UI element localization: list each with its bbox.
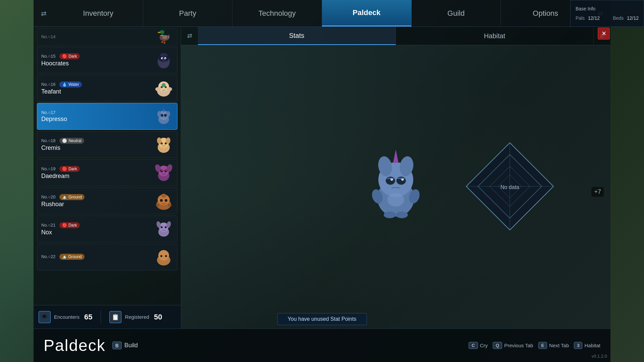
svg-text:No data: No data [500, 184, 519, 190]
hotkey-bar: C Cry Q Previous Tab E Next Tab 3 Habita… [469, 342, 600, 349]
prev-tab-label: Previous Tab [504, 343, 533, 348]
next-tab-key: E [538, 342, 547, 349]
svg-point-69 [384, 212, 396, 218]
base-info-title: Base Info [576, 6, 639, 11]
encounters-stat: 👁 Encounters 65 [39, 311, 92, 323]
tab-guild[interactable]: Guild [412, 0, 501, 26]
svg-marker-62 [393, 149, 398, 163]
pal-image-017 [150, 103, 177, 130]
close-button[interactable]: ✕ [598, 27, 610, 40]
tab-paldeck[interactable]: Paldeck [322, 0, 412, 26]
list-item-020[interactable]: No.○20 🏔️ Ground Rushoar [37, 187, 177, 214]
svg-point-40 [165, 199, 167, 202]
build-key: B [112, 342, 122, 349]
hotkey-habitat: 3 Habitat [574, 342, 600, 349]
stats-bar: 👁 Encounters 65 📋 Registered 50 [34, 305, 181, 328]
pal-image-015 [150, 47, 177, 73]
registered-value: 50 [154, 313, 162, 321]
svg-rect-42 [168, 204, 171, 206]
nav-arrow-left[interactable]: ⇄ [34, 0, 54, 26]
pal-image-018 [150, 131, 177, 158]
hotkey-cry: C Cry [469, 342, 488, 349]
content-tab-arrow-left[interactable]: ⇄ [181, 27, 198, 45]
svg-point-13 [155, 87, 161, 91]
type-badge-022: 🏔️ Ground [59, 254, 84, 260]
type-badge-021: 🔴 Dark [59, 222, 79, 228]
content-tabs: ⇄ Stats Habitat ⇄ [181, 27, 610, 45]
base-info-panel: Base Info Pals 12/12 Beds 12/12 [570, 0, 644, 27]
list-item-partial[interactable]: No.○14 🦆 [37, 28, 177, 45]
page-title: Paldeck [44, 336, 106, 355]
pal-creature-svg [362, 144, 429, 228]
type-badge-018: ⚪ Neutral [59, 138, 84, 144]
list-item-015[interactable]: No.○15 🔴 Dark Hoocrates [37, 47, 177, 73]
pal-name-019: Daedream [41, 173, 146, 180]
tab-technology[interactable]: Technology [232, 0, 322, 26]
svg-point-20 [164, 114, 167, 117]
pal-info-partial: No.○14 [37, 32, 150, 43]
notification-bar: You have unused Stat Points [277, 313, 367, 325]
list-item-017[interactable]: No.○17 Depresso [37, 103, 177, 130]
list-item-021[interactable]: No.○21 🔴 Dark Nox [37, 216, 177, 242]
svg-point-6 [162, 58, 163, 59]
svg-point-34 [162, 170, 163, 171]
cry-label: Cry [480, 343, 488, 348]
list-item-018[interactable]: No.○18 ⚪ Neutral Cremis [37, 131, 177, 158]
bottom-left: Paldeck B Build [44, 336, 138, 355]
pals-value: 12/12 [588, 15, 600, 21]
list-item-019[interactable]: No.○19 🔴 Dark Daedream [37, 159, 177, 186]
pal-image-019 [150, 159, 177, 186]
base-info-pals-row: Pals 12/12 Beds 12/12 [576, 15, 639, 21]
habitat-label: Habitat [584, 343, 600, 348]
svg-point-14 [167, 87, 172, 91]
list-item-022[interactable]: No.○22 🏔️ Ground [37, 244, 177, 270]
svg-point-38 [161, 194, 166, 198]
content-tab-habitat[interactable]: Habitat [396, 27, 594, 45]
svg-point-27 [165, 142, 167, 144]
pal-list[interactable]: No.○14 🦆 No.○15 🔴 Dark Hoocrates [34, 27, 181, 305]
svg-point-7 [165, 58, 166, 59]
tab-party[interactable]: Party [143, 0, 233, 26]
svg-point-52 [165, 255, 167, 257]
bottom-bar: Paldeck B Build C Cry Q Previous Tab E N… [34, 328, 610, 362]
pal-name-021: Nox [41, 229, 146, 236]
beds-label: Beds [613, 15, 624, 21]
svg-point-70 [396, 212, 408, 218]
encounters-icon: 👁 [39, 311, 51, 323]
left-panel: No.○14 🦆 No.○15 🔴 Dark Hoocrates [34, 27, 181, 328]
content-tab-stats[interactable]: Stats [198, 27, 396, 45]
prev-tab-key: Q [493, 342, 502, 349]
pal-name-018: Cremis [41, 144, 146, 152]
radar-chart-svg: No data [460, 136, 560, 237]
pal-image-016 [150, 75, 177, 102]
tab-inventory[interactable]: Inventory [54, 0, 143, 26]
level-indicator: +7 [591, 187, 604, 197]
svg-rect-41 [156, 204, 159, 206]
svg-point-39 [160, 199, 163, 202]
svg-point-51 [160, 255, 162, 257]
nav-bar: ⇄ Inventory Party Technology Paldeck Gui… [34, 0, 610, 27]
build-button[interactable]: B Build [112, 342, 138, 349]
pal-image-020 [150, 187, 177, 214]
pal-character-display [362, 144, 429, 230]
registered-icon: 📋 [109, 311, 121, 323]
list-item-016[interactable]: No.○16 💧 Water Teafant [37, 75, 177, 102]
radar-chart: No data [460, 136, 560, 238]
svg-point-48 [165, 226, 167, 228]
stats-divider [101, 310, 101, 324]
pal-name-020: Rushoar [41, 201, 146, 208]
pal-image-partial: 🦆 [150, 28, 177, 45]
encounters-label: Encounters [54, 314, 79, 320]
pal-name-015: Hoocrates [41, 60, 146, 67]
type-badge-020: 🏔️ Ground [59, 194, 85, 200]
cry-key: C [469, 342, 478, 349]
svg-point-71 [387, 193, 404, 206]
type-badge-016: 💧 Water [59, 81, 82, 87]
beds-value: 12/12 [627, 15, 639, 21]
type-badge-019: 🔴 Dark [59, 166, 79, 172]
pal-name-016: Teafant [41, 88, 146, 95]
version-text: v0.1.2.0 [592, 354, 607, 359]
notification-text: You have unused Stat Points [288, 316, 357, 322]
svg-point-12 [165, 86, 167, 88]
next-tab-label: Next Tab [549, 343, 569, 348]
